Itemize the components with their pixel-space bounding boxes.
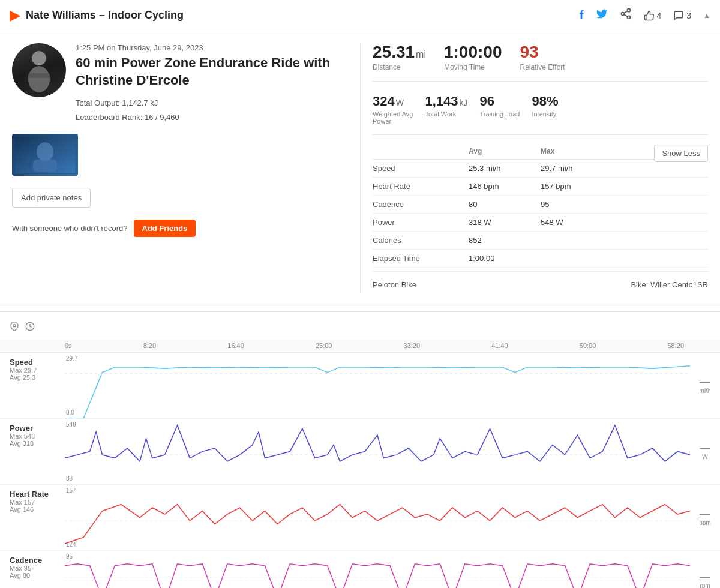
table-row: Power 318 W 548 W <box>373 214 708 232</box>
heart-rate-label: Heart Rate <box>10 490 59 499</box>
instructor-image <box>12 134 78 176</box>
hr-y-bottom: 124 <box>66 541 76 548</box>
timeline-labels: 0s 8:20 16:40 25:00 33:20 41:40 50:00 58… <box>65 342 684 349</box>
power-y-top: 548 <box>66 421 76 428</box>
activity-detail: 1:25 PM on Thursday, June 29, 2023 60 mi… <box>0 31 720 305</box>
kudos-count[interactable]: 4 <box>644 10 662 21</box>
speed-chart-row: Speed Max 29.7 Avg 25.3 29.7 0.0 –– mi/h <box>0 353 720 419</box>
svg-line-4 <box>624 11 628 13</box>
svg-point-5 <box>32 51 46 65</box>
heart-rate-unit: –– bpm <box>690 485 720 550</box>
svg-point-1 <box>621 13 624 16</box>
heart-rate-chart-label: Heart Rate Max 157 Avg 146 <box>0 485 65 550</box>
speed-chart-label: Speed Max 29.7 Avg 25.3 <box>0 353 65 418</box>
header-left: ▶ Nate Williams – Indoor Cycling <box>10 8 184 23</box>
comment-count[interactable]: 3 <box>673 10 691 21</box>
add-friends-button[interactable]: Add Friends <box>134 220 196 237</box>
cadence-avg-label: Avg 80 <box>10 572 59 579</box>
speed-avg-label: Avg 25.3 <box>10 374 59 381</box>
device-right: Bike: Wilier Cento1SR <box>631 280 708 289</box>
cadence-chart-label: Cadence Max 95 Avg 80 <box>0 551 65 588</box>
timeline-label: 0s <box>65 342 72 349</box>
stat-distance-value: 25.31mi <box>373 43 426 62</box>
show-less-button[interactable]: Show Less <box>654 145 708 162</box>
timeline-label: 8:20 <box>143 342 156 349</box>
stat-moving-time: 1:00:00 Moving Time <box>444 43 502 71</box>
stat-total-work-value: 1,143kJ <box>425 94 467 109</box>
svg-rect-11 <box>15 137 75 173</box>
heart-rate-avg-label: Avg 146 <box>10 506 59 513</box>
stat-intensity-value: 98% <box>532 94 558 109</box>
stat-weighted-avg-power: 324W Weighted AvgPower <box>373 94 413 125</box>
chart-section: 0s 8:20 16:40 25:00 33:20 41:40 50:00 58… <box>0 311 720 588</box>
location-icon[interactable] <box>10 322 19 334</box>
stat-relative-effort-label: Relative Effort <box>520 63 565 71</box>
facebook-icon[interactable]: f <box>580 8 584 22</box>
stat-relative-effort: 93 Relative Effort <box>520 43 565 71</box>
timeline-label: 50:00 <box>580 342 596 349</box>
heart-rate-chart-row: Heart Rate Max 157 Avg 146 157 124 –– bp… <box>0 485 720 551</box>
power-chart-label: Power Max 548 Avg 318 <box>0 419 65 484</box>
stat-intensity-label: Intensity <box>532 110 558 118</box>
activity-date: 1:25 PM on Thursday, June 29, 2023 <box>76 43 348 52</box>
timeline-label: 58:20 <box>667 342 684 349</box>
cadence-max-label: Max 95 <box>10 565 59 572</box>
table-row: Speed 25.3 mi/h 29.7 mi/h <box>373 160 708 178</box>
cadence-unit: –– rpm <box>690 551 720 588</box>
activity-right-panel: 25.31mi Distance 1:00:00 Moving Time 93 … <box>360 43 708 293</box>
stats-top-row: 25.31mi Distance 1:00:00 Moving Time 93 … <box>373 43 708 82</box>
svg-point-2 <box>627 16 630 19</box>
svg-rect-7 <box>28 73 50 78</box>
cadence-chart-area: 95 41 <box>65 551 690 588</box>
stat-weighted-avg-power-label: Weighted AvgPower <box>373 110 413 125</box>
chart-controls <box>0 322 720 340</box>
friends-text: With someone who didn't record? <box>12 224 128 233</box>
activity-total-output: Total Output: 1,142.7 kJ <box>76 96 348 110</box>
svg-point-12 <box>13 324 16 326</box>
clock-icon[interactable] <box>25 322 35 334</box>
speed-y-top: 29.7 <box>66 355 77 362</box>
stat-relative-effort-value: 93 <box>520 43 565 62</box>
timeline-label: 25:00 <box>316 342 332 349</box>
device-info-row: Peloton Bike Bike: Wilier Cento1SR <box>373 271 708 293</box>
header-right: f 4 3 ▲ <box>580 8 710 23</box>
svg-line-3 <box>624 14 628 16</box>
timeline-label: 16:40 <box>227 342 244 349</box>
stat-intensity: 98% Intensity <box>532 94 558 125</box>
stat-training-load-label: Training Load <box>480 110 520 118</box>
chevron-up-icon[interactable]: ▲ <box>703 11 710 20</box>
strava-logo-icon: ▶ <box>10 8 20 23</box>
stat-moving-time-value: 1:00:00 <box>444 43 502 62</box>
share-icon[interactable] <box>620 8 632 23</box>
header-bar: ▶ Nate Williams – Indoor Cycling f 4 3 ▲ <box>0 0 720 31</box>
detailed-stats-table: Show Less Avg Max Speed 25.3 mi/h 29.7 m… <box>373 147 708 293</box>
cadence-label: Cadence <box>10 556 59 565</box>
power-avg-label: Avg 318 <box>10 440 59 447</box>
twitter-icon[interactable] <box>596 8 608 23</box>
stat-distance: 25.31mi Distance <box>373 43 426 71</box>
heart-rate-chart-area: 157 124 <box>65 485 690 550</box>
add-private-notes-button[interactable]: Add private notes <box>12 188 91 208</box>
power-unit: –– W <box>690 419 720 484</box>
stat-total-work: 1,143kJ Total Work <box>425 94 467 125</box>
power-max-label: Max 548 <box>10 433 59 440</box>
power-chart-area: 548 88 <box>65 419 690 484</box>
stat-distance-label: Distance <box>373 63 426 71</box>
speed-unit: –– mi/h <box>690 353 720 418</box>
table-row: Cadence 80 95 <box>373 196 708 214</box>
stat-training-load-value: 96 <box>480 94 520 109</box>
table-row: Elapsed Time 1:00:00 <box>373 250 708 268</box>
hr-y-top: 157 <box>66 487 76 494</box>
stat-moving-time-label: Moving Time <box>444 63 502 71</box>
table-row: Heart Rate 146 bpm 157 bpm <box>373 178 708 196</box>
stat-total-work-label: Total Work <box>425 110 467 118</box>
friends-section: With someone who didn't record? Add Frie… <box>12 220 348 237</box>
main-content: 1:25 PM on Thursday, June 29, 2023 60 mi… <box>0 31 720 588</box>
speed-label: Speed <box>10 358 59 367</box>
speed-max-label: Max 29.7 <box>10 367 59 374</box>
cadence-chart-row: Cadence Max 95 Avg 80 95 41 –– rpm <box>0 551 720 588</box>
athlete-section: 1:25 PM on Thursday, June 29, 2023 60 mi… <box>12 43 348 124</box>
power-label: Power <box>10 424 59 433</box>
cadence-y-top: 95 <box>66 553 73 560</box>
timeline-label: 33:20 <box>404 342 421 349</box>
